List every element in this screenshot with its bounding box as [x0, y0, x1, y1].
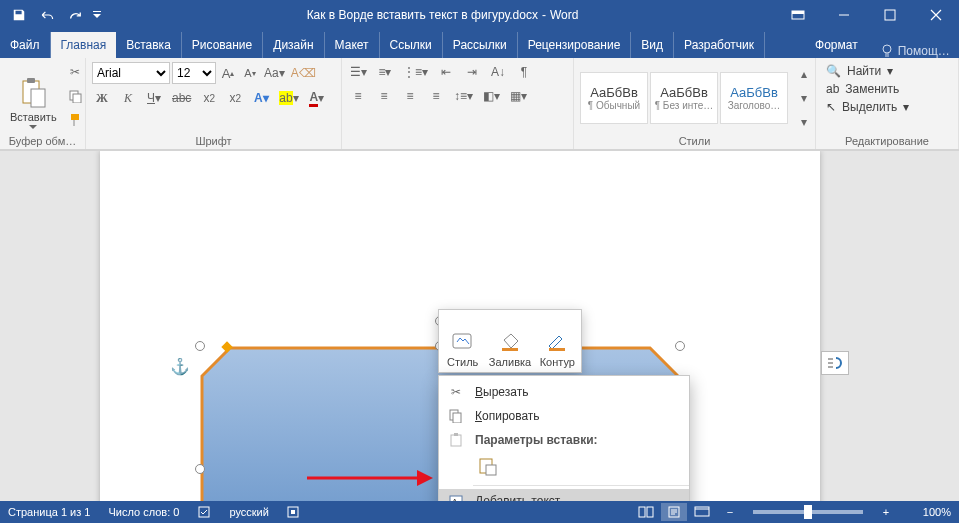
svg-rect-12	[502, 348, 518, 351]
mini-outline-button[interactable]: Контур	[534, 310, 581, 372]
styles-scroll-down-icon[interactable]: ▾	[794, 88, 814, 108]
save-icon[interactable]	[6, 3, 32, 27]
tab-design[interactable]: Дизайн	[263, 32, 324, 58]
tab-format[interactable]: Формат	[805, 32, 868, 58]
status-page[interactable]: Страница 1 из 1	[8, 506, 90, 518]
mini-fill-button[interactable]: Заливка	[486, 310, 533, 372]
tell-me[interactable]: Помощ…	[868, 44, 959, 58]
status-words[interactable]: Число слов: 0	[108, 506, 179, 518]
group-font: Arial 12 A▴ A▾ Aa▾ A⌫ Ж К Ч▾ abc x2 x2 A…	[86, 58, 342, 149]
quick-access-toolbar	[0, 3, 110, 27]
group-clipboard: Вставить ✂ Буфер обм…	[0, 58, 86, 149]
outdent-icon[interactable]: ⇤	[436, 62, 456, 82]
shape-style-icon	[451, 332, 475, 352]
align-center-icon[interactable]: ≡	[374, 86, 394, 106]
font-size-select[interactable]: 12	[172, 62, 216, 84]
tab-review[interactable]: Рецензирование	[518, 32, 632, 58]
resize-handle-nw[interactable]	[195, 341, 205, 351]
minimize-icon[interactable]	[821, 0, 867, 30]
app-name: Word	[550, 8, 578, 22]
numbering-icon[interactable]: ≡▾	[375, 62, 395, 82]
paste-button[interactable]: Вставить	[6, 62, 61, 132]
zoom-level[interactable]: 100%	[901, 506, 951, 518]
zoom-in-icon[interactable]: +	[873, 503, 899, 521]
align-right-icon[interactable]: ≡	[400, 86, 420, 106]
replace-button[interactable]: abЗаменить	[826, 82, 909, 96]
style-nospacing[interactable]: АаБбВв ¶ Без инте…	[650, 72, 718, 124]
underline-icon[interactable]: Ч▾	[144, 88, 164, 108]
format-painter-icon[interactable]	[65, 110, 85, 130]
bullets-icon[interactable]: ☰▾	[348, 62, 369, 82]
ctx-copy[interactable]: Копировать	[439, 404, 689, 428]
resize-handle-w[interactable]	[195, 464, 205, 474]
font-name-select[interactable]: Arial	[92, 62, 170, 84]
styles-scroll-up-icon[interactable]: ▴	[794, 64, 814, 84]
bold-icon[interactable]: Ж	[92, 88, 112, 108]
copy-icon[interactable]	[65, 86, 85, 106]
line-spacing-icon[interactable]: ↕≡▾	[452, 86, 475, 106]
italic-icon[interactable]: К	[118, 88, 138, 108]
text-effects-icon[interactable]: A▾	[251, 88, 271, 108]
change-case-icon[interactable]: Aa▾	[262, 63, 287, 83]
svg-rect-11	[453, 334, 471, 348]
find-button[interactable]: 🔍Найти ▾	[826, 64, 909, 78]
tab-references[interactable]: Ссылки	[380, 32, 443, 58]
borders-icon[interactable]: ▦▾	[508, 86, 529, 106]
ribbon-display-icon[interactable]	[775, 0, 821, 30]
sort-icon[interactable]: A↓	[488, 62, 508, 82]
close-icon[interactable]	[913, 0, 959, 30]
layout-options-button[interactable]	[821, 351, 849, 375]
mini-style-button[interactable]: Стиль	[439, 310, 486, 372]
redo-icon[interactable]	[62, 3, 88, 27]
multilevel-icon[interactable]: ⋮≡▾	[401, 62, 430, 82]
highlight-icon[interactable]: ab▾	[277, 88, 300, 108]
style-normal[interactable]: АаБбВв ¶ Обычный	[580, 72, 648, 124]
tab-view[interactable]: Вид	[631, 32, 674, 58]
tab-insert[interactable]: Вставка	[116, 32, 182, 58]
replace-icon: ab	[826, 82, 839, 96]
grow-font-icon[interactable]: A▴	[218, 63, 238, 83]
status-proofing-icon[interactable]	[197, 505, 211, 519]
undo-icon[interactable]	[34, 3, 60, 27]
shading-icon[interactable]: ◧▾	[481, 86, 502, 106]
status-language[interactable]: русский	[229, 506, 268, 518]
styles-more-icon[interactable]: ▾	[794, 112, 814, 132]
shrink-font-icon[interactable]: A▾	[240, 63, 260, 83]
cut-icon[interactable]: ✂	[65, 62, 85, 82]
tab-layout[interactable]: Макет	[325, 32, 380, 58]
status-macro-icon[interactable]	[287, 506, 299, 518]
ctx-cut[interactable]: ✂Вырезать	[439, 380, 689, 404]
tab-home[interactable]: Главная	[51, 32, 117, 58]
tab-file[interactable]: Файл	[0, 32, 51, 58]
paste-option-button[interactable]	[475, 454, 501, 480]
indent-icon[interactable]: ⇥	[462, 62, 482, 82]
font-color-icon[interactable]: A▾	[307, 88, 327, 108]
tab-draw[interactable]: Рисование	[182, 32, 263, 58]
subscript-icon[interactable]: x2	[199, 88, 219, 108]
justify-icon[interactable]: ≡	[426, 86, 446, 106]
strike-icon[interactable]: abc	[170, 88, 193, 108]
view-read-icon[interactable]	[633, 503, 659, 521]
maximize-icon[interactable]	[867, 0, 913, 30]
svg-rect-13	[549, 348, 565, 351]
zoom-out-icon[interactable]: −	[717, 503, 743, 521]
group-editing: 🔍Найти ▾ abЗаменить ↖Выделить ▾ Редактир…	[816, 58, 959, 149]
align-left-icon[interactable]: ≡	[348, 86, 368, 106]
clear-format-icon[interactable]: A⌫	[289, 63, 318, 83]
style-heading1[interactable]: АаБбВв Заголово…	[720, 72, 788, 124]
qat-customize-icon[interactable]	[90, 3, 104, 27]
superscript-icon[interactable]: x2	[225, 88, 245, 108]
svg-rect-6	[31, 89, 45, 107]
tab-mailings[interactable]: Рассылки	[443, 32, 518, 58]
zoom-slider[interactable]	[753, 510, 863, 514]
svg-rect-36	[291, 510, 295, 514]
view-web-icon[interactable]	[689, 503, 715, 521]
show-marks-icon[interactable]: ¶	[514, 62, 534, 82]
view-print-icon[interactable]	[661, 503, 687, 521]
doc-title: Как в Ворде вставить текст в фигуру.docx	[307, 8, 538, 22]
tab-developer[interactable]: Разработчик	[674, 32, 765, 58]
resize-handle-ne[interactable]	[675, 341, 685, 351]
group-paragraph: ☰▾ ≡▾ ⋮≡▾ ⇤ ⇥ A↓ ¶ ≡ ≡ ≡ ≡ ↕≡▾ ◧▾ ▦▾	[342, 58, 574, 149]
document-area[interactable]: ⚓ Стиль Заливка	[0, 150, 959, 505]
select-button[interactable]: ↖Выделить ▾	[826, 100, 909, 114]
